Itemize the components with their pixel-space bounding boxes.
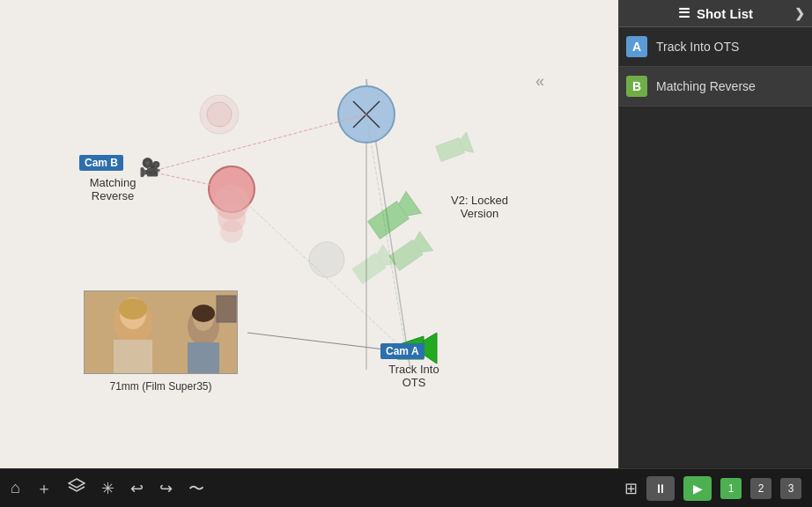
list-icon: ☰ — [678, 5, 690, 21]
shot-name-b: Matching Reverse — [656, 79, 756, 93]
right-panel: ☰ Shot List ❯ A Track Into OTS B Matchin… — [618, 0, 812, 468]
collapse-arrow[interactable]: « — [535, 72, 544, 91]
redo-icon[interactable]: ↪ — [159, 479, 173, 498]
panel-header: ☰ Shot List ❯ — [619, 0, 812, 27]
shot-item-a[interactable]: A Track Into OTS — [619, 27, 812, 67]
shot-label-a: A — [626, 36, 647, 57]
svg-rect-34 — [217, 296, 236, 322]
cam-b-label: Cam B — [79, 155, 123, 171]
shot-label-b: B — [626, 76, 647, 97]
svg-point-35 — [119, 298, 147, 320]
shot-name-a: Track Into OTS — [656, 40, 739, 54]
squiggle-icon[interactable]: 〜 — [188, 478, 204, 499]
cam-b-icon: 🎥 — [139, 157, 161, 178]
video-caption: 71mm (Film Super35) — [84, 380, 238, 393]
cam-b-text: MatchingReverse — [78, 176, 148, 202]
page-3-button[interactable]: 3 — [780, 478, 801, 499]
cam-a-label: Cam A — [380, 343, 424, 359]
svg-marker-16 — [424, 333, 437, 364]
shot-item-b[interactable]: B Matching Reverse — [619, 67, 812, 107]
cam-a-text: Track IntoOTS — [379, 363, 449, 389]
video-thumbnail — [84, 290, 238, 374]
svg-point-36 — [192, 305, 215, 322]
bottom-toolbar: ⌂ ＋ ✳ ↩ ↪ 〜 ⊞ ⏸ ▶ 1 2 3 — [0, 468, 812, 507]
undo-icon[interactable]: ↩ — [130, 479, 144, 498]
panel-chevron-icon[interactable]: ❯ — [794, 6, 805, 20]
svg-rect-33 — [188, 342, 219, 374]
page-1-button[interactable]: 1 — [720, 478, 742, 499]
canvas-area: Cam B 🎥 MatchingReverse Cam A Track Into… — [0, 0, 618, 468]
svg-point-25 — [309, 242, 344, 277]
app-container: Cam B 🎥 MatchingReverse Cam A Track Into… — [0, 0, 812, 507]
plus-icon[interactable]: ＋ — [36, 478, 52, 499]
svg-point-10 — [207, 102, 232, 127]
page-2-button[interactable]: 2 — [750, 478, 771, 499]
panel-title: Shot List — [697, 6, 753, 21]
layers-icon[interactable] — [68, 478, 85, 498]
svg-rect-30 — [114, 340, 152, 374]
shot-list: A Track Into OTS B Matching Reverse — [619, 27, 812, 468]
content-area: Cam B 🎥 MatchingReverse Cam A Track Into… — [0, 0, 812, 468]
v2-label: V2: LockedVersion — [451, 194, 508, 220]
pause-button[interactable]: ⏸ — [646, 476, 675, 501]
asterisk-icon[interactable]: ✳ — [101, 479, 114, 498]
svg-line-12 — [151, 114, 366, 172]
toolbar-right: ⊞ ⏸ ▶ 1 2 3 — [624, 476, 801, 501]
home-icon[interactable]: ⌂ — [11, 479, 20, 497]
scene-diagram — [0, 0, 618, 468]
puzzle-icon[interactable]: ⊞ — [624, 479, 638, 498]
play-button[interactable]: ▶ — [683, 476, 712, 501]
canvas-inner: Cam B 🎥 MatchingReverse Cam A Track Into… — [0, 0, 618, 468]
svg-point-8 — [220, 220, 243, 243]
